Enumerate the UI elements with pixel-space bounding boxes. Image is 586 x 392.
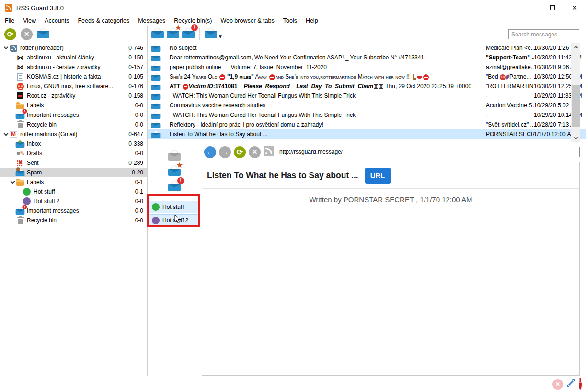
expand-chevron-icon[interactable] bbox=[9, 182, 16, 183]
title-bar: RSS Guard 3.8.0 ✕ bbox=[0, 0, 586, 15]
feed-row-important-messages[interactable]: !Important messages0-0 bbox=[0, 110, 147, 120]
window-title: RSS Guard 3.8.0 bbox=[16, 4, 64, 12]
mail-open-icon bbox=[16, 140, 25, 148]
menu-item-file[interactable]: File bbox=[0, 16, 19, 25]
back-button[interactable]: ← bbox=[204, 146, 216, 158]
message-row[interactable]: No subjectMedicare Plan <e...10/30/20 1:… bbox=[148, 43, 586, 53]
message-menu-button[interactable]: ▼ bbox=[205, 28, 223, 40]
open-url-button[interactable]: URL bbox=[365, 168, 391, 184]
browser-toolbar: ←→⟳✕ bbox=[204, 146, 580, 158]
feed-row-important-messages[interactable]: !Important messages0-0 bbox=[0, 206, 147, 216]
feed-row-recycle-bin[interactable]: Recycle bin0-0 bbox=[0, 120, 147, 129]
menu-item-accounts[interactable]: Accounts bbox=[40, 16, 73, 25]
menu-bar: FileViewAccountsFeeds & categoriesMessag… bbox=[0, 15, 586, 26]
feed-count: 0-20 bbox=[121, 169, 143, 176]
message-preview-pane: ←→⟳✕ Listen To What he Has to Say about … bbox=[202, 143, 586, 376]
drafts-icon bbox=[16, 149, 24, 158]
message-title: Listen To What he Has to Say about ... bbox=[207, 171, 358, 181]
maximize-icon bbox=[550, 5, 555, 10]
fullscreen-button[interactable] bbox=[566, 379, 575, 390]
feed-row-spam[interactable]: Spam0-20 bbox=[0, 168, 147, 177]
message-list-scrollbar[interactable] bbox=[571, 43, 580, 142]
feed-row-inbox[interactable]: Inbox0-338 bbox=[0, 139, 147, 149]
maximize-button[interactable] bbox=[541, 0, 563, 15]
feed-row-abclinuxu-erstv-zpr-vi-ky[interactable]: ⋈abclinuxu - čerstvé zprávičky0-157 bbox=[0, 62, 147, 72]
feed-row-linux-gnu-linux-free-software-[interactable]: Linux, GNU/Linux, free software...0-176 bbox=[0, 81, 147, 91]
mark-read-button[interactable] bbox=[37, 28, 49, 40]
feed-row-drafts[interactable]: Drafts0-0 bbox=[0, 149, 147, 158]
stop-update-button[interactable]: ✕ bbox=[21, 28, 33, 40]
trash-icon bbox=[16, 216, 24, 225]
feed-label: Inbox bbox=[27, 140, 121, 147]
scroll-up-icon[interactable] bbox=[571, 43, 580, 51]
feed-row-rotter-inoreader-[interactable]: rotter (Inoreader)0-746 bbox=[0, 43, 147, 53]
expand-chevron-icon[interactable] bbox=[2, 47, 9, 49]
feed-count: 0-1 bbox=[121, 179, 143, 185]
forward-button[interactable]: → bbox=[219, 146, 231, 158]
mail-open-icon bbox=[151, 63, 161, 71]
feed-label: abclinuxu - aktuální články bbox=[27, 54, 121, 61]
message-row[interactable]: _WATCH: This Woman Cured Her Toenail Fun… bbox=[148, 110, 586, 120]
no-entry-icon bbox=[423, 74, 429, 80]
feed-row-hot-stuff[interactable]: Hot stuff0-1 bbox=[0, 187, 147, 196]
feed-label: Spam bbox=[27, 169, 121, 176]
mark-important-button[interactable]: ★ bbox=[167, 28, 179, 40]
feed-row-recycle-bin[interactable]: Recycle bin0-0 bbox=[0, 216, 147, 225]
message-row[interactable]: Listen To What he Has to Say about ...PO… bbox=[148, 129, 586, 139]
menu-item-web-browser-tabs[interactable]: Web browser & tabs bbox=[216, 16, 278, 25]
feed-label: Labels bbox=[27, 102, 121, 109]
message-row[interactable]: _WATCH: This Woman Cured Her Toenail Fun… bbox=[148, 91, 586, 101]
feed-row-labels[interactable]: Labels0-0 bbox=[0, 101, 147, 110]
minimize-button[interactable] bbox=[519, 0, 541, 15]
menu-item-view[interactable]: View bbox=[19, 16, 40, 25]
feed-label: Recycle bin bbox=[27, 121, 121, 128]
reddit-icon bbox=[17, 83, 24, 90]
mail-open-icon: ! bbox=[16, 111, 25, 119]
feed-row-abclinuxu-aktu-ln-l-nky[interactable]: ⋈abclinuxu - aktuální články0-150 bbox=[0, 53, 147, 62]
update-feeds-button[interactable]: ⟳ bbox=[4, 28, 16, 40]
message-row[interactable]: She's 24 Years Old "1,9 miles" Away and … bbox=[148, 72, 586, 81]
expand-chevron-icon[interactable] bbox=[2, 134, 9, 135]
feed-row-hot-stuff-2[interactable]: Hot stuff 20-0 bbox=[0, 196, 147, 206]
feed-row-kosmas-cz-historie-a-fakta[interactable]: KOSMAS.cz | historie a fakta0-105 bbox=[0, 72, 147, 81]
feed-row-rotter-martinos-gmail-[interactable]: Mrotter.martinos (Gmail)0-647 bbox=[0, 129, 147, 139]
menu-item-tools[interactable]: Tools bbox=[279, 16, 301, 25]
rss-button[interactable] bbox=[264, 146, 274, 158]
toggle-unread-important-button[interactable]: ! bbox=[168, 181, 181, 193]
trash-icon bbox=[16, 120, 24, 129]
text-part: Partne... bbox=[509, 73, 531, 80]
quit-button[interactable] bbox=[579, 380, 582, 389]
mark-message-read-button[interactable] bbox=[151, 28, 164, 40]
inoreader-icon bbox=[9, 44, 18, 52]
message-actions-sidebar: Hot stuffHot stuff 2 ★! bbox=[148, 143, 202, 376]
feed-count: 0-150 bbox=[121, 54, 143, 61]
toggle-important-button[interactable]: ★ bbox=[168, 165, 181, 178]
mark-unread-important-button[interactable]: ! bbox=[182, 28, 195, 40]
bird-icon: ⋈ bbox=[17, 54, 23, 61]
label-toggle-hot-stuff-2[interactable]: Hot stuff 2 bbox=[149, 214, 200, 227]
menu-item-feeds-categories[interactable]: Feeds & categories bbox=[73, 16, 134, 25]
reload-button[interactable]: ⟳ bbox=[234, 146, 246, 158]
feed-label: Root.cz - zprávičky bbox=[27, 92, 121, 99]
stop-button[interactable]: ✕ bbox=[249, 146, 261, 158]
message-row[interactable]: ATT Victim ID:1741081__Please_Respond__L… bbox=[148, 81, 586, 91]
url-input[interactable] bbox=[277, 147, 580, 157]
feed-row-labels[interactable]: Labels0-1 bbox=[0, 177, 147, 187]
scroll-down-icon[interactable] bbox=[571, 134, 580, 142]
menu-item-help[interactable]: Help bbox=[301, 16, 322, 25]
menu-item-messages[interactable]: Messages bbox=[134, 16, 170, 25]
mail-star-icon: ★ bbox=[168, 165, 181, 176]
search-input[interactable] bbox=[508, 29, 579, 39]
message-row[interactable]: Dear rottermartinos@gmail.com, We Need Y… bbox=[148, 53, 586, 62]
mail-open-icon bbox=[151, 54, 161, 61]
feed-row-root-cz-zpr-vi-ky[interactable]: Root.cz - zprávičky0-158 bbox=[0, 91, 147, 101]
feed-row-sent[interactable]: Sent0-289 bbox=[0, 158, 147, 168]
message-row[interactable]: Coronavirus vaccine research studiesAcur… bbox=[148, 101, 586, 110]
message-row[interactable]: paper publish online___Volume: 7, Issue_… bbox=[148, 62, 586, 72]
trash-icon bbox=[18, 219, 23, 224]
message-row[interactable]: Reflektory - ideální pro práci i pro osv… bbox=[148, 120, 586, 129]
label-toggle-hot-stuff[interactable]: Hot stuff bbox=[149, 201, 200, 213]
green-label-icon bbox=[23, 188, 31, 196]
scrollbar-thumb[interactable] bbox=[572, 85, 580, 127]
close-button[interactable]: ✕ bbox=[563, 0, 586, 15]
